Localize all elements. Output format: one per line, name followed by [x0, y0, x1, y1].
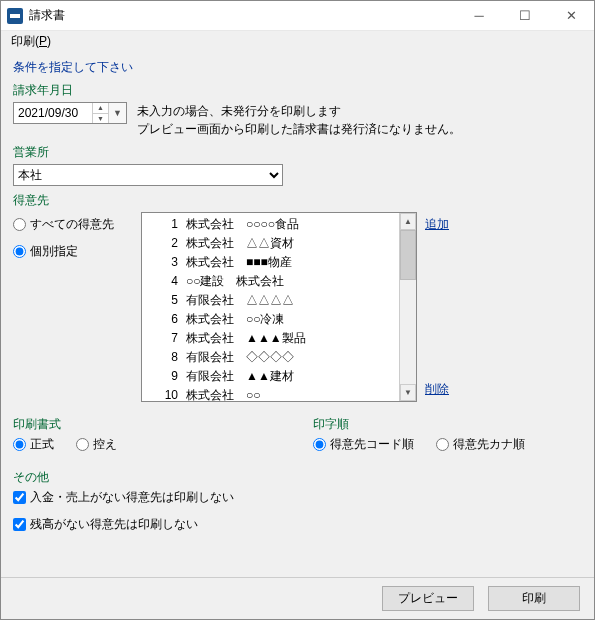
scroll-track[interactable]	[400, 230, 416, 384]
content: 条件を指定して下さい 請求年月日 ▲▼ ▼ 未入力の場合、未発行分を印刷します …	[1, 53, 594, 577]
list-item-text: 株式会社 ■■■物産	[186, 254, 393, 271]
list-item-text: 有限会社 △△△△	[186, 292, 393, 309]
order-label: 印字順	[313, 416, 583, 433]
list-item[interactable]: 9有限会社 ▲▲建材	[142, 367, 399, 386]
other-label: その他	[13, 469, 582, 486]
instruction-text: 条件を指定して下さい	[13, 59, 582, 76]
delete-link[interactable]: 削除	[425, 381, 449, 398]
scroll-up-button[interactable]: ▲	[400, 213, 416, 230]
date-picker[interactable]: ▲▼ ▼	[13, 102, 127, 124]
list-item[interactable]: 7株式会社 ▲▲▲製品	[142, 329, 399, 348]
list-item-no: 2	[148, 235, 178, 252]
customer-listbox[interactable]: 1株式会社 ○○○○食品2株式会社 △△資材3株式会社 ■■■物産4○○建設 株…	[141, 212, 417, 402]
customers-label: 得意先	[13, 192, 582, 209]
radio-individual[interactable]: 個別指定	[13, 243, 133, 260]
menubar: 印刷(P)	[1, 31, 594, 53]
list-item-text: 有限会社 ◇◇◇◇	[186, 349, 393, 366]
list-item-no: 6	[148, 311, 178, 328]
svg-rect-0	[10, 14, 20, 18]
close-button[interactable]: ✕	[548, 1, 594, 31]
radio-format-copy[interactable]: 控え	[76, 436, 117, 453]
list-item-no: 8	[148, 349, 178, 366]
date-dropdown-button[interactable]: ▼	[108, 103, 126, 123]
date-spinner[interactable]: ▲▼	[92, 103, 108, 123]
list-item-no: 1	[148, 216, 178, 233]
list-item[interactable]: 8有限会社 ◇◇◇◇	[142, 348, 399, 367]
listbox-scrollbar[interactable]: ▲ ▼	[399, 213, 416, 401]
radio-order-code[interactable]: 得意先コード順	[313, 436, 414, 453]
format-label: 印刷書式	[13, 416, 283, 433]
scroll-thumb[interactable]	[400, 230, 416, 280]
date-note: 未入力の場合、未発行分を印刷します プレビュー画面から印刷した請求書は発行済にな…	[137, 102, 461, 138]
office-select[interactable]: 本社	[13, 164, 283, 186]
list-item-no: 3	[148, 254, 178, 271]
titlebar: 請求書 ─ ☐ ✕	[1, 1, 594, 31]
print-button[interactable]: 印刷	[488, 586, 580, 611]
date-label: 請求年月日	[13, 82, 582, 99]
list-item[interactable]: 6株式会社 ○○冷凍	[142, 310, 399, 329]
list-item[interactable]: 4○○建設 株式会社	[142, 272, 399, 291]
check-no-payment-sales[interactable]: 入金・売上がない得意先は印刷しない	[13, 489, 582, 506]
radio-format-formal[interactable]: 正式	[13, 436, 54, 453]
list-item[interactable]: 3株式会社 ■■■物産	[142, 253, 399, 272]
check-no-balance[interactable]: 残高がない得意先は印刷しない	[13, 516, 582, 533]
list-item[interactable]: 10株式会社 ○○	[142, 386, 399, 401]
list-item-text: ○○建設 株式会社	[186, 273, 393, 290]
list-item-text: 株式会社 ○○冷凍	[186, 311, 393, 328]
list-item-no: 9	[148, 368, 178, 385]
list-item-text: 株式会社 ○○	[186, 387, 393, 401]
menu-print[interactable]: 印刷(P)	[11, 34, 51, 48]
list-item-no: 4	[148, 273, 178, 290]
radio-all-customers[interactable]: すべての得意先	[13, 216, 133, 233]
list-item-no: 10	[148, 387, 178, 401]
list-item-no: 5	[148, 292, 178, 309]
scroll-down-button[interactable]: ▼	[400, 384, 416, 401]
minimize-button[interactable]: ─	[456, 1, 502, 31]
list-item-text: 有限会社 ▲▲建材	[186, 368, 393, 385]
office-label: 営業所	[13, 144, 582, 161]
window-title: 請求書	[29, 7, 456, 24]
list-item-text: 株式会社 ▲▲▲製品	[186, 330, 393, 347]
list-item[interactable]: 5有限会社 △△△△	[142, 291, 399, 310]
add-link[interactable]: 追加	[425, 216, 449, 233]
window: 請求書 ─ ☐ ✕ 印刷(P) 条件を指定して下さい 請求年月日 ▲▼ ▼ 未入…	[0, 0, 595, 620]
list-item[interactable]: 1株式会社 ○○○○食品	[142, 215, 399, 234]
list-item-text: 株式会社 ○○○○食品	[186, 216, 393, 233]
preview-button[interactable]: プレビュー	[382, 586, 474, 611]
maximize-button[interactable]: ☐	[502, 1, 548, 31]
list-item[interactable]: 2株式会社 △△資材	[142, 234, 399, 253]
list-item-no: 7	[148, 330, 178, 347]
radio-order-kana[interactable]: 得意先カナ順	[436, 436, 525, 453]
footer: プレビュー 印刷	[1, 577, 594, 619]
app-icon	[7, 8, 23, 24]
list-item-text: 株式会社 △△資材	[186, 235, 393, 252]
date-input[interactable]	[14, 103, 92, 123]
